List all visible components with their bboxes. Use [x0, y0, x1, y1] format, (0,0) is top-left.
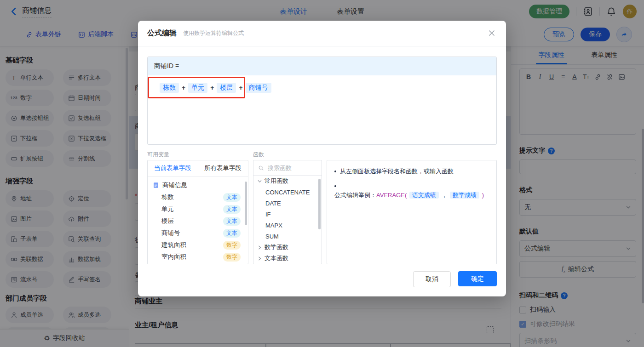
function-name-text: AVERAGE(	[376, 192, 407, 199]
function-group[interactable]: 常用函数	[253, 176, 322, 187]
formula-field-chip[interactable]: 商铺号	[246, 83, 271, 93]
function-group-label: 数学函数	[264, 243, 288, 251]
variable-row[interactable]: 单元文本	[148, 203, 248, 215]
function-group-label: 文本函数	[264, 254, 288, 262]
formula-field-chip[interactable]: 单元	[188, 83, 207, 93]
function-item[interactable]: SUM	[253, 231, 322, 242]
variable-tree-root[interactable]: 商铺信息	[148, 179, 248, 191]
function-item[interactable]: IF	[253, 209, 322, 220]
plus-operator: +	[239, 84, 242, 91]
variable-row[interactable]: 栋数文本	[148, 191, 248, 203]
variable-type-badge: 文本	[223, 217, 241, 226]
variable-type-badge: 文本	[223, 205, 241, 214]
help-line-1: 从左侧面板选择字段名和函数，或输入函数	[340, 167, 454, 176]
function-name-text: )	[482, 192, 484, 199]
help-line-2: 公式编辑举例：AVERAGE( 语文成绩 ， 数学成绩 )	[334, 191, 484, 200]
variable-name: 栋数	[161, 193, 223, 201]
tab-current-form-fields[interactable]: 当前表单字段	[154, 164, 191, 172]
formula-field-chip[interactable]: 栋数	[160, 83, 179, 93]
close-icon[interactable]	[488, 29, 496, 37]
modal-subtitle: 使用数学运算符编辑公式	[183, 29, 244, 37]
tab-all-form-fields[interactable]: 所有表单字段	[204, 164, 242, 172]
formula-edit-modal: 公式编辑 使用数学运算符编辑公式 商铺ID = 栋数+单元+楼层+商铺号 可用变…	[138, 21, 506, 296]
chevron-right-icon	[257, 256, 262, 261]
variable-name: 单元	[161, 205, 223, 213]
form-doc-icon	[152, 182, 160, 189]
variable-name: 楼层	[161, 217, 223, 225]
variable-row[interactable]: 建筑面积数字	[148, 239, 248, 251]
function-group-label: 常用函数	[264, 177, 288, 185]
variables-pane: 当前表单字段 所有表单字段 商铺信息 栋数文本单元文本楼层文本商铺号文本建筑面积…	[147, 160, 248, 264]
formula-help-pane: 从左侧面板选择字段名和函数，或输入函数 公式编辑举例：AVERAGE( 语文成绩…	[327, 160, 497, 264]
variable-name: 商铺号	[161, 229, 223, 237]
plus-operator: +	[210, 84, 214, 91]
functions-label: 函数	[253, 151, 264, 159]
variables-label: 可用变量	[147, 151, 169, 159]
variable-type-badge: 数字	[223, 253, 241, 262]
chevron-right-icon	[257, 245, 262, 250]
cancel-button[interactable]: 取消	[413, 271, 451, 287]
formula-editor[interactable]: 商铺ID = 栋数+单元+楼层+商铺号	[147, 57, 497, 145]
functions-pane: 常用函数CONCATENATEDATEIFMAPXSUM数学函数文本函数	[253, 160, 322, 264]
functions-scrollbar[interactable]	[318, 179, 321, 229]
function-search-input[interactable]	[267, 164, 317, 172]
variable-type-badge: 文本	[223, 193, 241, 202]
variable-name: 室内面积	[161, 253, 223, 261]
function-item[interactable]: MAPX	[253, 220, 322, 231]
variable-type-badge: 数字	[223, 241, 241, 250]
confirm-button[interactable]: 确定	[458, 271, 497, 286]
bullet-icon	[334, 185, 336, 187]
variable-name: 建筑面积	[161, 241, 223, 249]
variable-root-label: 商铺信息	[162, 181, 187, 189]
example-field-chip: 数学成绩	[450, 192, 479, 199]
modal-title: 公式编辑	[147, 28, 177, 38]
function-search[interactable]	[253, 160, 322, 176]
function-group[interactable]: 文本函数	[253, 253, 322, 264]
search-icon	[258, 165, 264, 171]
function-group[interactable]: 数学函数	[253, 242, 322, 253]
plus-operator: +	[182, 84, 185, 91]
variable-row[interactable]: 楼层文本	[148, 215, 248, 227]
variable-row[interactable]: 商铺号文本	[148, 227, 248, 239]
formula-field-chip[interactable]: 楼层	[217, 83, 236, 93]
example-field-chip: 语文成绩	[409, 192, 439, 199]
bullet-icon	[334, 171, 336, 172]
chevron-down-icon	[257, 179, 262, 184]
variables-scrollbar[interactable]	[245, 182, 247, 225]
variable-type-badge: 文本	[223, 229, 241, 238]
variable-row[interactable]: 室内面积数字	[148, 251, 248, 263]
formula-lhs: 商铺ID =	[148, 57, 496, 75]
formula-expression: 栋数+单元+楼层+商铺号	[160, 83, 496, 93]
function-item[interactable]: CONCATENATE	[253, 187, 322, 198]
function-item[interactable]: DATE	[253, 198, 322, 209]
